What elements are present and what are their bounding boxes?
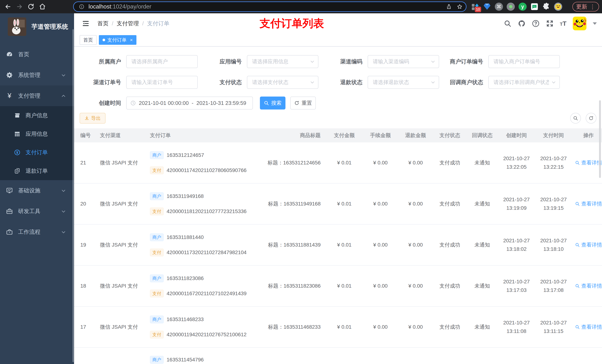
sidebar-logo-row[interactable]: 芋道管理系统 [0,13,74,37]
user-avatar[interactable] [573,17,586,30]
browser-update-button[interactable]: 更新 ⋮ [572,2,599,11]
chevron-down-icon [430,80,435,85]
table-row: 19 微信 JSAPI 支付 商户1635311881440 支付4200001… [74,225,602,266]
tags-view: 首页 支付订单 × [74,34,602,47]
view-detail-link[interactable]: 查看详情 [575,159,602,166]
sidebar-item-refund-order[interactable]: 退款订单 [0,162,74,180]
sidebar-item-workflow[interactable]: 工作流程 [0,222,74,242]
pay-order-no: 4200001181202110277723215336 [167,208,247,214]
sidebar-item-label: 支付订单 [26,149,48,156]
view-detail-link[interactable]: 查看详情 [575,282,602,290]
table-row-partial: 商户1635311454796 [74,348,602,361]
sidebar-scrollbar[interactable] [73,29,74,362]
reload-icon[interactable] [27,3,34,10]
pay-tag: 支付 [150,249,164,256]
table-row: 21 微信 JSAPI 支付 商户1635312124657 支付4200001… [74,142,602,184]
merchant-tag: 商户 [150,233,164,241]
navbar-actions: TT [504,17,597,30]
page-annotation: 支付订单列表 [259,16,324,31]
breadcrumb-current: 支付订单 [147,20,169,27]
breadcrumb: 首页 / 支付管理 / 支付订单 [97,20,169,27]
help-icon[interactable] [532,20,540,27]
sidebar-toggle-icon[interactable] [82,20,90,27]
chevron-up-icon [61,94,66,98]
sidebar: 芋道管理系统 首页 系统管理 ¥ 支付管理 [0,13,74,364]
extension-emoji-icon[interactable] [554,3,562,11]
content-scrollbar[interactable] [599,100,601,178]
search-button[interactable]: 搜索 [260,96,285,110]
sidebar-item-label: 工作流程 [18,228,40,236]
browser-menu-icon[interactable]: ⋮ [590,3,595,10]
extension-chat-icon[interactable] [530,3,538,11]
notify-status-select[interactable]: 请选择订单回调商户状态 [488,76,560,89]
extension-gem-icon[interactable] [483,3,491,11]
site-info-icon[interactable] [79,4,85,10]
sidebar-item-devtools[interactable]: 研发工具 [0,201,74,222]
bookmark-star-icon[interactable] [457,4,462,10]
search-icon[interactable] [504,20,511,27]
extension-tiles-icon[interactable]: 10 [471,3,479,11]
avatar-caret-icon[interactable] [593,22,597,25]
fullscreen-icon[interactable] [546,20,554,27]
merchant-tag: 商户 [150,274,164,282]
extension-command-icon[interactable]: ⌘ [495,3,503,11]
sidebar-item-pay-order[interactable]: 支付订单 [0,143,74,162]
url-text: localhost:1024/pay/order [88,3,151,10]
channel-code-select[interactable]: 请输入渠道编码 [368,55,439,68]
pay-status-select[interactable]: 请选择支付状态 [247,76,318,89]
filter-notify-status: 回调商户状态 请选择订单回调商户状态 [442,76,562,89]
url-bar[interactable]: localhost:1024/pay/order [73,1,466,12]
home-icon[interactable] [39,3,46,10]
sidebar-item-system[interactable]: 系统管理 [0,65,74,85]
sidebar-item-app-info[interactable]: 应用信息 [0,125,74,143]
briefcase-icon [6,229,13,235]
show-search-button[interactable] [570,113,581,124]
sidebar-item-home[interactable]: 首页 [0,44,74,65]
share-icon[interactable] [446,4,452,10]
app-logo [8,17,26,36]
view-detail-link[interactable]: 查看详情 [575,200,602,207]
reset-button[interactable]: 重置 [290,96,316,110]
pay-tag: 支付 [150,331,164,338]
channel-order-no-input[interactable]: 请输入渠道订单号 [126,76,198,89]
top-navbar: 首页 / 支付管理 / 支付订单 支付订单列表 [74,13,602,34]
back-icon[interactable] [4,3,11,10]
sidebar-item-payment[interactable]: ¥ 支付管理 [0,85,74,106]
app-select[interactable]: 请选择应用信息 [247,55,318,68]
clock-icon [130,100,136,106]
view-detail-link[interactable]: 查看详情 [575,323,602,331]
extension-dot-icon[interactable] [507,3,515,11]
dashboard-icon [6,51,13,58]
tab-close-icon[interactable]: × [130,37,133,43]
filter-create-time: 创建时间 2021-10-01 00:00:00 - 2021-10-31 23… [80,96,253,110]
github-icon[interactable] [518,20,526,27]
breadcrumb-home[interactable]: 首页 [97,20,108,27]
export-button[interactable]: 导出 [80,113,106,124]
page-content: 所属商户 请选择所属商户 应用编号 请选择应用信息 渠道编码 请输入渠道编码 [74,47,602,364]
view-detail-link[interactable]: 查看详情 [575,241,602,248]
sidebar-item-merchant-info[interactable]: 商户信息 [0,106,74,125]
tab-pay-order[interactable]: 支付订单 × [99,35,136,45]
pay-order-no: 4200001174202110278060590766 [167,167,247,173]
merchant-order-no: 1635311454796 [167,357,204,363]
sidebar-item-label: 应用信息 [26,130,48,138]
merchant-order-no-input[interactable]: 请输入商户订单编号 [488,55,560,68]
sidebar-menu: 首页 系统管理 ¥ 支付管理 [0,44,74,242]
breadcrumb-payment[interactable]: 支付管理 [117,20,139,27]
toolbox-icon [6,208,13,215]
refund-status-select[interactable]: 请选择退款状态 [368,76,439,89]
filter-channel-order-no: 渠道订单号 请输入渠道订单号 [80,76,200,89]
chevron-down-icon [430,59,435,64]
chevron-down-icon [61,209,66,214]
date-end: 2021-10-31 23:59:59 [196,100,246,106]
merchant-input[interactable]: 请选择所属商户 [126,55,198,68]
orders-table: 编号 支付渠道 支付订单 商品标题 支付金额 手续金额 退款金额 支付状态 回调… [74,128,602,361]
extension-y-icon[interactable]: y [518,3,527,11]
date-range-picker[interactable]: 2021-10-01 00:00:00 - 2021-10-31 23:59:5… [126,96,253,110]
tab-home[interactable]: 首页 [80,35,97,45]
font-size-icon[interactable]: TT [560,20,567,27]
refresh-table-button[interactable] [586,113,596,124]
forward-icon[interactable] [16,3,23,10]
sidebar-item-infra[interactable]: 基础设施 [0,180,74,201]
extensions-puzzle-icon[interactable] [542,3,550,11]
